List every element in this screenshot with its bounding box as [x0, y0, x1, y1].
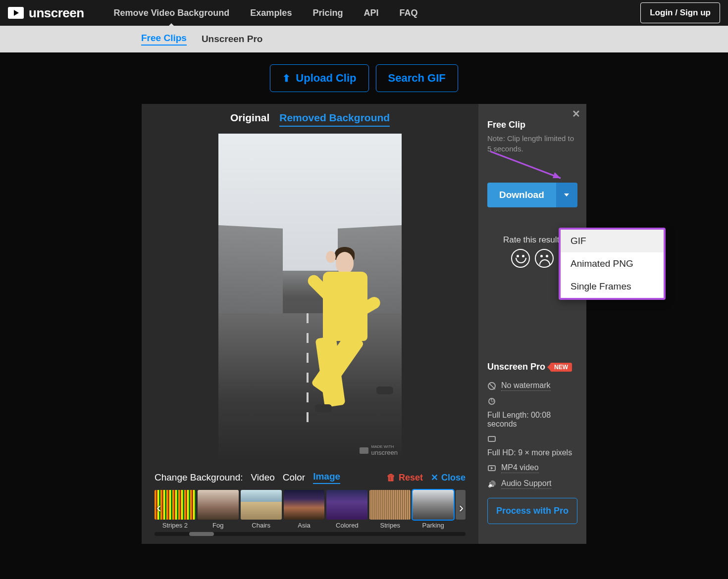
main-area: Original Removed Background MADE WITH un… [0, 104, 728, 544]
thumb-stripes[interactable]: Stripes [369, 490, 411, 529]
caret-down-icon [564, 193, 569, 196]
logo[interactable]: unscreen [8, 5, 84, 21]
thumb-chairs[interactable]: Chairs [241, 490, 282, 529]
pro-title-row: Unscreen Pro NEW [487, 362, 577, 372]
editor-panel: Original Removed Background MADE WITH un… [142, 104, 478, 544]
video-preview[interactable]: MADE WITH unscreen [218, 134, 402, 460]
process-with-pro-button[interactable]: Process with Pro [487, 498, 577, 524]
annotation-arrow [487, 148, 572, 188]
dropdown-animated-png[interactable]: Animated PNG [561, 252, 664, 275]
watermark-play-icon [360, 447, 368, 454]
nav-items: Remove Video Background Examples Pricing… [114, 8, 418, 18]
subnav-free-clips[interactable]: Free Clips [141, 33, 187, 46]
svg-marker-1 [553, 172, 561, 178]
rate-happy-icon[interactable] [511, 249, 530, 268]
nav-pricing[interactable]: Pricing [312, 8, 343, 18]
clock-icon [487, 397, 496, 406]
tab-removed-background[interactable]: Removed Background [279, 112, 390, 127]
pro-features: No watermark Full Length: 00:08 seconds … [487, 381, 577, 489]
upload-label: Upload Clip [296, 72, 356, 85]
download-format-dropdown: GIF Animated PNG Single Frames [559, 228, 666, 300]
bg-close-label: Close [441, 473, 466, 483]
nav-remove-bg[interactable]: Remove Video Background [114, 8, 230, 18]
thumb-asia[interactable]: Asia [284, 490, 325, 529]
dropdown-single-frames[interactable]: Single Frames [561, 275, 664, 298]
svg-line-0 [490, 151, 561, 178]
bg-tab-video[interactable]: Video [251, 472, 275, 483]
bg-label: Change Background: [155, 472, 243, 483]
feat-full-hd: Full HD: 9 × more pixels [487, 434, 577, 457]
upload-clip-button[interactable]: ⬆ Upload Clip [270, 64, 368, 92]
upload-icon: ⬆ [282, 72, 291, 84]
sidebar-close-icon[interactable]: ✕ [572, 108, 580, 120]
no-watermark-icon [487, 382, 496, 390]
thumb-colored[interactable]: Colored [326, 490, 367, 529]
nav-api[interactable]: API [364, 8, 378, 18]
pro-section: Unscreen Pro NEW No watermark Full Lengt… [487, 362, 577, 524]
thumb-nav-prev-icon[interactable]: ‹ [156, 500, 161, 516]
hd-icon [487, 434, 496, 443]
new-badge: NEW [550, 363, 572, 372]
bg-reset-label: Reset [399, 473, 423, 483]
thumb-parking[interactable]: Parking [413, 490, 454, 529]
sidebar-panel: ✕ Free Clip Note: Clip length limited to… [478, 104, 586, 544]
nav-examples[interactable]: Examples [250, 8, 292, 18]
bg-reset-button[interactable]: 🗑 Reset [387, 472, 423, 483]
background-controls: Change Background: Video Color Image 🗑 R… [150, 471, 470, 484]
login-signup-button[interactable]: Login / Sign up [640, 2, 720, 23]
download-button[interactable]: Download [487, 183, 556, 207]
play-icon [487, 464, 496, 473]
sub-nav: Free Clips Unscreen Pro [0, 26, 728, 52]
bg-tab-color[interactable]: Color [283, 472, 305, 483]
background-thumbnails: Stripes 2 Fog Chairs Asia Colored Stripe… [150, 490, 470, 529]
download-row: Download [487, 183, 577, 207]
action-bar: ⬆ Upload Clip Search GIF [0, 52, 728, 104]
free-clip-title: Free Clip [487, 120, 577, 130]
trash-icon: 🗑 [387, 473, 396, 483]
close-x-icon: ✕ [431, 472, 438, 483]
scrollbar-thumb[interactable] [189, 532, 214, 536]
download-format-toggle[interactable] [556, 183, 577, 207]
search-gif-button[interactable]: Search GIF [376, 64, 458, 92]
thumb-scrollbar[interactable] [155, 532, 466, 536]
nav-faq[interactable]: FAQ [399, 8, 417, 18]
watermark-prefix: MADE WITH [371, 444, 398, 449]
preview-subject-person [301, 248, 390, 436]
feat-audio: Audio Support [487, 479, 577, 489]
view-tabs: Original Removed Background [150, 112, 470, 127]
bg-tab-image[interactable]: Image [313, 471, 340, 484]
watermark-brand: unscreen [371, 449, 398, 456]
preview-building-left [218, 225, 283, 320]
dropdown-gif[interactable]: GIF [561, 230, 664, 252]
feat-no-watermark: No watermark [487, 381, 577, 391]
subnav-pro[interactable]: Unscreen Pro [202, 34, 263, 45]
audio-icon [487, 480, 496, 488]
thumb-fog[interactable]: Fog [198, 490, 239, 529]
rate-sad-icon[interactable] [535, 249, 554, 268]
tab-original[interactable]: Original [230, 112, 269, 127]
pro-title: Unscreen Pro [487, 362, 545, 372]
watermark: MADE WITH unscreen [360, 444, 398, 456]
logo-text: unscreen [29, 5, 84, 21]
top-nav: unscreen Remove Video Background Example… [0, 0, 728, 26]
logo-play-icon [8, 7, 24, 19]
free-clip-note: Note: Clip length limited to 5 seconds. [487, 133, 577, 154]
bg-close-button[interactable]: ✕ Close [431, 472, 466, 483]
feat-full-length: Full Length: 00:08 seconds [487, 397, 577, 429]
feat-mp4: MP4 video [487, 463, 577, 473]
thumb-nav-next-icon[interactable]: › [459, 500, 464, 516]
